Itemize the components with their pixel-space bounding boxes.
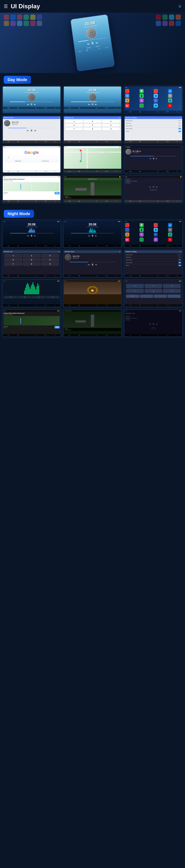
night-row-4: 9:41📶🔋 Sunny Coffee Modern Restaurant Su… <box>0 309 185 337</box>
night-row-3: 9:41📶🔋 <box>0 279 185 308</box>
map-nav-screen: 9:41📶 19:16 ETA 9.0 mi ↑ Start on <box>63 175 122 203</box>
bluetooth-call-screen: Bluetooth_Call ⊙ 1 2 3 4 5 6 7 8 9 <box>63 115 122 144</box>
night-coffee-screen: 9:41📶🔋 Sunny Coffee Modern Restaurant Su… <box>2 309 61 337</box>
header-left: ☰ UI Display <box>4 3 40 10</box>
bt-music-track: Music Title <box>12 121 19 123</box>
night-map-controls: 9:41📶🔋 ← ↑ → ← ↓ → MAP + - <box>124 279 183 308</box>
menu-icon[interactable]: ☰ <box>4 4 8 9</box>
bluetooth-settings-screen: Bluetooth_Settings ⊙ Device name CarBT D… <box>124 115 183 144</box>
day-row-4: 9:41📶 Sunny Coffee Modern Restaurant Sun… <box>0 175 185 203</box>
main-container: ☰ UI Display ≡ <box>0 0 185 347</box>
night-music-1: 9:41📶🔋 20:08 A stunning display of beaut… <box>2 220 61 248</box>
day-row-2: Bluetooth_Music ⊙ 🎵 Music Title Music Al… <box>0 115 185 144</box>
map-screen: 9:41📶 <box>63 145 122 174</box>
bt-music-title: Bluetooth_Music <box>4 117 14 118</box>
local-music-screen: SocialMusic⊙ 🎵 华乐_319匪.mp3 华乐_319匪.mp3 ⏮… <box>124 145 183 174</box>
day-row-3: 9:41📶 Google 🔍 Google Search I'm Feeling… <box>0 145 185 174</box>
d1-album: 🎵 <box>28 94 35 101</box>
day-app-grid: 9:41📶🔋 📞 💬 🎵 🗺️ G 📱 🔵 ⚙ 🔷 🎙 🔷 <box>124 86 183 114</box>
day-music-screen-2: 9:41📶🔋 20:08 A stunning display of beaut… <box>63 86 122 114</box>
hero-album-art: 🎵 <box>85 28 97 39</box>
night-bt-call: Bluetooth_Call ⊙ 1 2 3 4 5 6 7 8 9 <box>2 249 61 278</box>
food-photo-screen: 9:41📶🔋 🍜 NAVI☎♫AVAPTS⚙ <box>63 279 122 308</box>
night-not-playing: 9:41📶🔋 19:16 ETA 9.0 mi ♪ Not Playing ⏮ … <box>124 309 183 337</box>
not-playing-screen: 9:41📶 ♪ Not Playing ⏮ ⏸ ⏭ 19:16 E <box>124 175 183 203</box>
night-eq-screen: 9:41📶🔋 <box>2 279 61 308</box>
night-row-1: 9:41📶🔋 20:08 A stunning display of beaut… <box>0 220 185 248</box>
bluetooth-music-screen: Bluetooth_Music ⊙ 🎵 Music Title Music Al… <box>2 115 61 144</box>
day-mode-section: Day Mode 9:41📶🔋 20:08 A stunning display… <box>0 73 185 203</box>
day-mode-label: Day Mode <box>4 76 31 84</box>
night-mode-label: Night Mode <box>4 210 34 218</box>
header: ☰ UI Display ≡ <box>0 0 185 12</box>
sunny-coffee-screen: 9:41📶 Sunny Coffee Modern Restaurant Sun… <box>2 175 61 203</box>
night-bt-music: Bluetooth_Music ⊙ 🎵 Music Title Music Al… <box>63 249 122 278</box>
night-app-grid: 9:41📶🔋 📞 💬 🎵 🗺️ 🔵 📱 🔵 ⚙ 🔷 🎙 BT <box>124 220 183 248</box>
night-row-2: Bluetooth_Call ⊙ 1 2 3 4 5 6 7 8 9 <box>0 249 185 278</box>
night-bt-settings: Bluetooth_Settings ⊙ Device name CarBT D… <box>124 249 183 278</box>
night-mode-section: Night Mode 9:41📶🔋 20:08 A stunning displ… <box>0 207 185 337</box>
bt-call-title: Bluetooth_Call <box>65 117 74 118</box>
d1-time: 20:08 <box>3 88 60 92</box>
bt-settings-title: Bluetooth_Settings <box>126 117 137 118</box>
go-button[interactable]: GO <box>55 192 60 194</box>
hero-section: 📶 🔋 20:08 A stunning display of beauty 🎵… <box>0 12 185 73</box>
day-row-1: 9:41📶🔋 20:08 A stunning display of beaut… <box>0 86 185 114</box>
d2-time: 20:08 <box>64 88 122 92</box>
d1-controls: ⏮ ⏸ ⏭ <box>3 102 60 106</box>
d1-date: A stunning display of beauty <box>3 92 60 93</box>
night-music-2: 9:41📶🔋 20:08 A stunning display of beaut… <box>63 220 122 248</box>
hero-device: 📶 🔋 20:08 A stunning display of beauty 🎵… <box>70 14 115 71</box>
night-map-nav: 19:16 ETA 9.0 mi ↑ Start on Dongtian Roa… <box>63 309 122 337</box>
day-music-screen-1: 9:41📶🔋 20:08 A stunning display of beaut… <box>2 86 61 114</box>
google-logo: Google <box>4 150 59 155</box>
page-title: UI Display <box>11 3 40 10</box>
bt-music-artist: Music Artist <box>12 124 19 125</box>
night-go-button[interactable]: GO <box>55 326 60 329</box>
nav-icon[interactable]: ≡ <box>179 4 181 9</box>
google-screen: 9:41📶 Google 🔍 Google Search I'm Feeling… <box>2 145 61 174</box>
